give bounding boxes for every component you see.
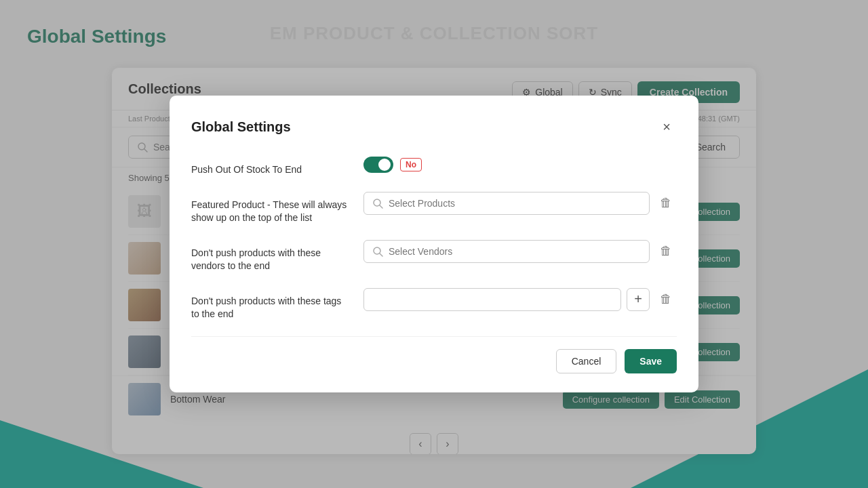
toggle-wrap: No [363,157,422,173]
modal-footer: Cancel Save [191,336,677,373]
modal-header: Global Settings × [191,117,677,138]
delete-tag-button[interactable]: 🗑 [655,289,677,310]
modal-close-button[interactable]: × [656,117,677,138]
featured-product-row: Featured Product - These will always sho… [191,192,677,225]
search-icon [372,198,383,209]
featured-product-label: Featured Product - These will always sho… [191,192,347,225]
search-icon [372,246,383,257]
save-button[interactable]: Save [625,349,677,373]
featured-product-search [363,192,650,215]
delete-vendors-button[interactable]: 🗑 [655,241,677,262]
no-badge: No [400,158,422,171]
push-out-of-stock-control: No [363,157,677,173]
tags-label: Don't push products with these tags to t… [191,288,347,321]
select-vendors-input[interactable] [389,246,641,257]
out-of-stock-toggle[interactable] [363,157,393,173]
vendors-row: Don't push products with these vendors t… [191,240,677,273]
vendors-control: 🗑 [363,240,677,263]
push-out-of-stock-row: Push Out Of Stock To End No [191,157,677,177]
tags-control: + 🗑 [363,288,677,311]
featured-product-control: 🗑 [363,192,677,215]
svg-line-3 [380,205,382,208]
add-tag-button[interactable]: + [627,288,650,311]
modal-overlay: Global Settings × Push Out Of Stock To E… [0,0,868,488]
cancel-button[interactable]: Cancel [556,349,617,373]
svg-line-5 [380,253,382,256]
tag-input-row: + 🗑 [363,288,677,311]
push-out-of-stock-label: Push Out Of Stock To End [191,157,347,177]
tags-row: Don't push products with these tags to t… [191,288,677,321]
select-products-input[interactable] [389,198,641,209]
global-settings-modal: Global Settings × Push Out Of Stock To E… [170,96,698,392]
modal-title: Global Settings [191,119,291,135]
delete-featured-product-button[interactable]: 🗑 [655,192,677,214]
tag-text-input[interactable] [363,288,621,311]
vendors-label: Don't push products with these vendors t… [191,240,347,273]
vendors-search [363,240,650,263]
